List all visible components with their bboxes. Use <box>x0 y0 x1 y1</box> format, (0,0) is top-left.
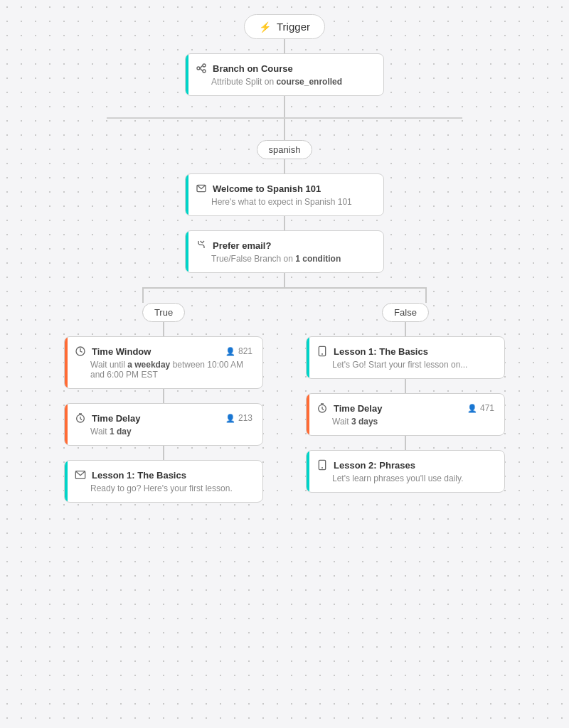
lesson2-right-title: Lesson 2: Phrases <box>317 459 494 471</box>
email-icon <box>196 183 207 194</box>
time-delay-left-subtitle: Wait 1 day <box>75 427 252 437</box>
flow-container: ⚡ Trigger Branch on Course Attribute Spl… <box>0 14 569 503</box>
lesson2-right-subtitle: Let's learn phrases you'll use daily. <box>317 473 494 483</box>
email-lesson-icon <box>75 469 86 481</box>
branch-split-line <box>142 273 427 303</box>
connector-false-2 <box>405 379 406 393</box>
time-window-count: 👤 821 <box>225 346 252 356</box>
svg-line-4 <box>200 68 203 71</box>
svg-point-2 <box>203 70 206 73</box>
split-icon <box>196 240 207 251</box>
prefer-email-node[interactable]: Prefer email? True/False Branch on 1 con… <box>185 230 384 273</box>
connector-true-3 <box>163 446 164 460</box>
trigger-icon: ⚡ <box>259 21 271 33</box>
trigger-node[interactable]: ⚡ Trigger <box>244 14 325 39</box>
welcome-node[interactable]: Welcome to Spanish 101 Here's what to ex… <box>185 173 384 216</box>
time-delay-left-title: Time Delay 👤 213 <box>75 412 252 424</box>
connector-2 <box>284 96 285 117</box>
time-window-title: Time Window 👤 821 <box>75 346 252 357</box>
timer-icon-right <box>317 402 328 414</box>
prefer-email-title: Prefer email? <box>196 240 373 251</box>
connector-top-split <box>284 273 285 287</box>
false-column: False Lesson 1: The Basics Let's Go! Sta… <box>299 303 512 493</box>
connector-1 <box>284 39 285 53</box>
lesson1-right-title: Lesson 1: The Basics <box>317 346 494 357</box>
connector-right-split <box>425 289 427 303</box>
connector-5 <box>284 216 285 230</box>
svg-line-3 <box>200 65 203 68</box>
trigger-label: Trigger <box>277 21 310 33</box>
lesson1-left-subtitle: Ready to go? Here's your first lesson. <box>75 483 252 493</box>
false-label: False <box>382 303 429 322</box>
clock-icon <box>75 346 86 357</box>
connector-left-split <box>142 289 144 303</box>
time-delay-right-subtitle: Wait 3 days <box>317 417 494 427</box>
time-delay-right-count: 👤 471 <box>467 403 494 413</box>
timer-icon-left <box>75 412 86 424</box>
time-window-node[interactable]: Time Window 👤 821 Wait until a weekday b… <box>64 336 263 389</box>
prefer-email-subtitle: True/False Branch on 1 condition <box>196 254 373 264</box>
spanish-label: spanish <box>257 140 313 159</box>
svg-point-1 <box>203 64 206 67</box>
lesson1-left-node[interactable]: Lesson 1: The Basics Ready to go? Here's… <box>64 460 263 503</box>
connector-4 <box>284 159 285 173</box>
true-label: True <box>142 303 185 322</box>
time-delay-left-node[interactable]: Time Delay 👤 213 Wait 1 day <box>64 403 263 446</box>
lesson1-right-subtitle: Let's Go! Start your first lesson on... <box>317 360 494 370</box>
branch-on-course-node[interactable]: Branch on Course Attribute Split on cour… <box>185 53 384 96</box>
connector-true-1 <box>163 322 164 336</box>
svg-point-0 <box>197 67 200 70</box>
time-window-subtitle: Wait until a weekday between 10:00 AM an… <box>75 360 252 380</box>
welcome-title: Welcome to Spanish 101 <box>196 183 373 194</box>
lesson2-right-node[interactable]: Lesson 2: Phrases Let's learn phrases yo… <box>306 450 505 493</box>
mobile-icon-2 <box>317 459 328 471</box>
connector-false-3 <box>405 436 406 450</box>
time-delay-right-title: Time Delay 👤 471 <box>317 402 494 414</box>
branch-on-course-subtitle: Attribute Split on course_enrolled <box>196 77 373 87</box>
connector-3 <box>284 119 285 140</box>
true-false-branch: True Time Window 👤 821 Wait until a <box>0 303 569 503</box>
time-delay-left-count: 👤 213 <box>225 413 252 423</box>
lesson1-right-node[interactable]: Lesson 1: The Basics Let's Go! Start you… <box>306 336 505 379</box>
connector-false-1 <box>405 322 406 336</box>
time-delay-right-node[interactable]: Time Delay 👤 471 Wait 3 days <box>306 393 505 436</box>
welcome-subtitle: Here's what to expect in Spanish 101 <box>196 197 373 207</box>
mobile-icon-1 <box>317 346 328 357</box>
branch-on-course-title: Branch on Course <box>196 63 373 74</box>
connector-true-2 <box>163 389 164 403</box>
branch-icon <box>196 63 207 74</box>
lesson1-left-title: Lesson 1: The Basics <box>75 469 252 481</box>
true-column: True Time Window 👤 821 Wait until a <box>57 303 270 503</box>
